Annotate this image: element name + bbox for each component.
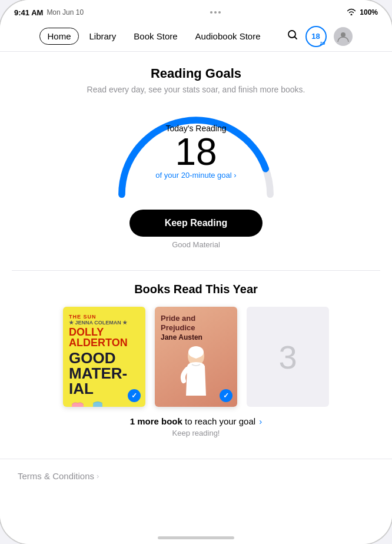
books-grid: THE SUN ★ JENNA COLEMAN ★ DOLLY ALDERTON… — [18, 307, 374, 407]
book1-award: ★ JENNA COLEMAN ★ — [69, 320, 139, 326]
nav-home[interactable]: Home — [39, 28, 78, 45]
book1-title-block: GOOD MATER- IAL — [69, 350, 139, 396]
nav-icon-group: 18 20 — [287, 26, 353, 47]
nav-bookstore[interactable]: Book Store — [127, 28, 184, 44]
books-goal-chevron: › — [257, 416, 262, 426]
wifi-icon — [347, 8, 356, 17]
profile-button[interactable] — [334, 27, 353, 46]
badge-number: 18 — [311, 32, 320, 41]
nav-audiobook[interactable]: Audiobook Store — [188, 28, 268, 44]
book2-author: Jane Austen — [161, 333, 231, 341]
terms-section: Terms & Conditions › — [0, 459, 392, 493]
keep-reading-subtitle: Good Material — [18, 240, 374, 249]
home-indicator — [158, 536, 234, 539]
nav-library[interactable]: Library — [82, 28, 124, 44]
clothes-svg-1 — [69, 399, 87, 407]
book2-title-part1: Pride and — [161, 314, 231, 323]
reading-gauge: Today's Reading 18 of your 20-minute goa… — [108, 106, 284, 200]
svg-rect-2 — [72, 404, 84, 407]
book1-title-m: MATER- — [69, 366, 127, 381]
main-content: Reading Goals Read every day, see your s… — [0, 52, 392, 544]
book1-check-badge: ✓ — [128, 389, 141, 402]
navigation-bar: Home Library Book Store Audiobook Store … — [0, 21, 392, 52]
books-section: Books Read This Year THE SUN ★ JENNA COL… — [0, 271, 392, 459]
reading-badge[interactable]: 18 20 — [305, 26, 327, 47]
nav-links: Home Library Book Store Audiobook Store — [39, 28, 267, 45]
terms-chevron: › — [97, 472, 99, 480]
status-date: Mon Jun 10 — [46, 8, 84, 16]
svg-rect-3 — [93, 403, 102, 407]
status-right: 100% — [347, 8, 378, 17]
book1-author: DOLLY — [69, 327, 139, 337]
gauge-goal-text: of your 20-minute goal › — [137, 171, 255, 180]
battery-indicator: 100% — [360, 8, 378, 16]
device-frame: 9:41 AM Mon Jun 10 100% Home Library — [0, 0, 392, 544]
bottom-spacer — [0, 493, 392, 528]
search-icon[interactable] — [287, 29, 298, 44]
gauge-goal-chevron: › — [234, 171, 236, 180]
svg-point-1 — [341, 32, 346, 37]
reading-goals-section: Reading Goals Read every day, see your s… — [0, 52, 392, 270]
book1-author2: ALDERTON — [69, 337, 139, 348]
keep-reading-button[interactable]: Keep Reading — [129, 210, 263, 237]
book-good-material[interactable]: THE SUN ★ JENNA COLEMAN ★ DOLLY ALDERTON… — [63, 307, 145, 407]
book1-title-g: GOOD — [69, 350, 115, 366]
terms-conditions-link[interactable]: Terms & Conditions › — [18, 471, 374, 481]
status-bar: 9:41 AM Mon Jun 10 100% — [0, 0, 392, 21]
gauge-text-overlay: Today's Reading 18 of your 20-minute goa… — [137, 124, 255, 180]
status-center-dots — [210, 11, 221, 14]
books-goal-line[interactable]: 1 more book to reach your goal › — [18, 416, 374, 426]
book1-top-text: THE SUN — [69, 314, 139, 320]
book2-title-part2: Prejudice — [161, 323, 231, 333]
status-time: 9:41 AM — [14, 8, 43, 17]
books-section-title: Books Read This Year — [18, 283, 374, 296]
reading-goals-title: Reading Goals — [18, 66, 374, 81]
badge-sub: 20 — [320, 41, 325, 46]
book-placeholder-3: 3 — [247, 307, 329, 407]
book2-check-badge: ✓ — [220, 389, 232, 402]
book1-title-ial: IAL — [69, 381, 94, 396]
gauge-minutes: 18 — [137, 133, 255, 171]
books-goal-text-part2: to reach your goal — [182, 416, 255, 426]
books-keep-reading-text: Keep reading! — [18, 429, 374, 437]
books-goal-count: 1 more book — [130, 416, 182, 426]
figure-svg — [175, 346, 217, 399]
book-pride-prejudice[interactable]: Pride and Prejudice Jane Austen — [155, 307, 237, 407]
placeholder-number: 3 — [278, 338, 297, 376]
reading-goals-subtitle: Read every day, see your stats soar, and… — [18, 85, 374, 94]
terms-label: Terms & Conditions — [18, 471, 94, 481]
clothes-svg-2 — [89, 399, 107, 407]
